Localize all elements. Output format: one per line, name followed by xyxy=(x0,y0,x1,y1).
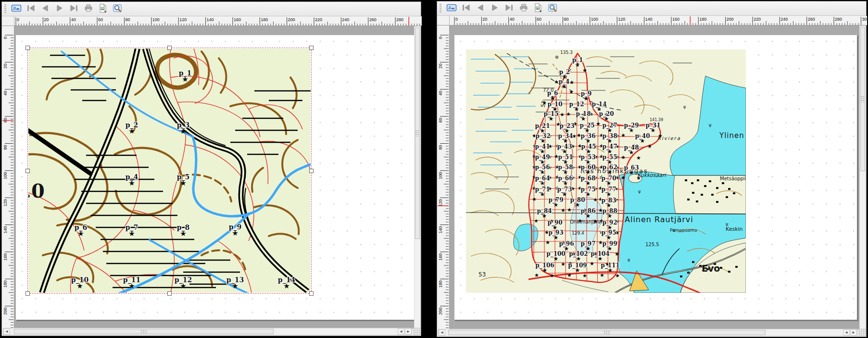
star-marker-icon: ★ xyxy=(607,213,613,219)
toolbar-drag-handle[interactable] xyxy=(440,4,441,13)
vertical-scrollbar[interactable] xyxy=(414,26,421,328)
export-image-button[interactable] xyxy=(96,3,109,15)
scroll-left-button[interactable]: ◄ xyxy=(3,328,10,335)
first-button[interactable] xyxy=(24,3,37,15)
sample-point: p_20★ xyxy=(599,111,614,122)
star-marker-icon: ★ xyxy=(542,100,547,106)
map-text-label: 125.5 xyxy=(645,242,659,247)
sample-point: p_97★ xyxy=(580,241,595,251)
star-marker-icon: ★ xyxy=(232,229,238,237)
sample-point: p_4★ xyxy=(559,79,570,89)
scroll-right-button[interactable]: ► xyxy=(850,329,857,336)
star-marker-icon: ★ xyxy=(593,197,598,202)
toolbar-drag-handle[interactable] xyxy=(4,4,6,14)
composer-button[interactable] xyxy=(445,2,458,15)
svg-text:80: 80 xyxy=(438,145,443,150)
scroll-left-button[interactable]: ◄ xyxy=(398,328,404,335)
composition-canvas[interactable]: ψψψψψψ135.372.053Rus'holjinkangas141.39R… xyxy=(450,25,859,330)
previous-button[interactable] xyxy=(474,2,487,15)
sample-point: p_56★ xyxy=(535,164,550,175)
svg-text:40: 40 xyxy=(3,91,8,96)
svg-text:ψ: ψ xyxy=(709,123,711,127)
horizontal-scrollbar[interactable]: ◄◄► xyxy=(438,329,857,336)
hscroll-thumb[interactable] xyxy=(14,329,274,334)
composer-button[interactable] xyxy=(10,3,23,15)
sample-point: p_7★ xyxy=(126,224,138,237)
resize-handle[interactable] xyxy=(25,291,30,296)
sample-point: p_55★ xyxy=(602,154,617,165)
resize-handle[interactable] xyxy=(25,46,30,50)
sample-point: p_79★ xyxy=(548,197,563,208)
resize-grip[interactable] xyxy=(858,329,866,336)
svg-text:0: 0 xyxy=(438,37,443,39)
composer-icon xyxy=(11,3,22,15)
map-text-label: Metsäoppila xyxy=(720,176,746,181)
resize-handle[interactable] xyxy=(25,169,30,173)
paper-sheet: ψψψψψψ135.372.053Rus'holjinkangas141.39R… xyxy=(454,35,857,320)
scroll-left-button[interactable]: ◄ xyxy=(843,329,850,336)
last-icon xyxy=(69,3,79,15)
star-marker-icon: ★ xyxy=(582,273,587,278)
sample-point: p_45★ xyxy=(581,144,596,154)
sample-point: p_40★ xyxy=(635,133,650,144)
print-button[interactable] xyxy=(517,2,530,15)
resize-handle[interactable] xyxy=(309,291,314,296)
map-item[interactable]: ψψψψψψ135.372.053Rus'holjinkangas141.39R… xyxy=(466,50,746,293)
sample-point: p_2★ xyxy=(126,122,138,135)
hscroll-thumb[interactable] xyxy=(448,330,766,335)
svg-text:60: 60 xyxy=(537,17,541,22)
sample-point: p_75★ xyxy=(580,187,595,197)
svg-text:20: 20 xyxy=(3,63,8,68)
svg-text:100: 100 xyxy=(438,172,443,179)
scroll-right-button[interactable]: ► xyxy=(405,328,412,335)
sample-point: p_15★ xyxy=(543,111,558,122)
star-marker-icon: ★ xyxy=(540,180,545,186)
ruler-corner xyxy=(2,16,14,26)
resize-handle[interactable] xyxy=(309,46,314,50)
horizontal-scrollbar[interactable]: ◄◄► xyxy=(3,328,412,335)
vscroll-thumb[interactable] xyxy=(415,27,420,239)
composer-toolbar xyxy=(437,1,866,16)
map-text-label: 141.39 xyxy=(650,118,663,122)
first-button[interactable] xyxy=(459,2,472,15)
star-marker-icon: ★ xyxy=(554,235,559,240)
svg-text:0: 0 xyxy=(455,17,458,22)
svg-text:140: 140 xyxy=(207,17,214,22)
previous-icon xyxy=(476,3,485,14)
next-icon xyxy=(490,3,500,14)
sample-point: p_95★ xyxy=(601,230,616,240)
svg-text:0: 0 xyxy=(3,37,8,39)
sample-point: p_10★ xyxy=(71,276,88,289)
zoom-full-button[interactable] xyxy=(546,2,559,15)
svg-text:280: 280 xyxy=(396,17,403,22)
composition-canvas[interactable]: .0p_1★p_2★p_3★p_4★p_5★p_6★p_7★p_8★p_9★p_… xyxy=(14,26,414,329)
horizontal-ruler: 020406080100120140160180200220240260280 xyxy=(14,16,422,26)
zoom-full-button[interactable] xyxy=(111,3,124,15)
vscroll-thumb[interactable] xyxy=(860,27,865,171)
star-marker-icon: ★ xyxy=(604,116,609,122)
map-item[interactable]: .0p_1★p_2★p_3★p_4★p_5★p_6★p_7★p_8★p_9★p_… xyxy=(28,49,311,293)
svg-text:60: 60 xyxy=(98,17,103,22)
resize-handle[interactable] xyxy=(309,169,314,173)
previous-button[interactable] xyxy=(38,3,51,15)
composer-icon xyxy=(446,3,457,14)
scroll-left-button[interactable]: ◄ xyxy=(439,329,445,336)
map-text-label: 129.4 xyxy=(572,231,584,236)
resize-grip[interactable] xyxy=(413,328,421,335)
resize-handle[interactable] xyxy=(167,46,172,50)
star-marker-icon: ★ xyxy=(636,175,641,181)
svg-text:20: 20 xyxy=(482,17,487,22)
next-button[interactable] xyxy=(53,3,66,15)
vertical-scrollbar[interactable] xyxy=(859,25,866,329)
print-icon xyxy=(519,3,528,14)
last-button[interactable] xyxy=(67,3,80,15)
resize-handle[interactable] xyxy=(167,291,172,296)
star-marker-icon: ★ xyxy=(563,169,568,175)
svg-text:ψ: ψ xyxy=(638,189,641,194)
next-button[interactable] xyxy=(488,2,501,15)
export-image-button[interactable] xyxy=(531,2,544,15)
print-button[interactable] xyxy=(82,3,95,15)
last-button[interactable] xyxy=(503,2,516,15)
sample-point: p_6★ xyxy=(547,90,558,101)
svg-text:180: 180 xyxy=(699,17,706,22)
